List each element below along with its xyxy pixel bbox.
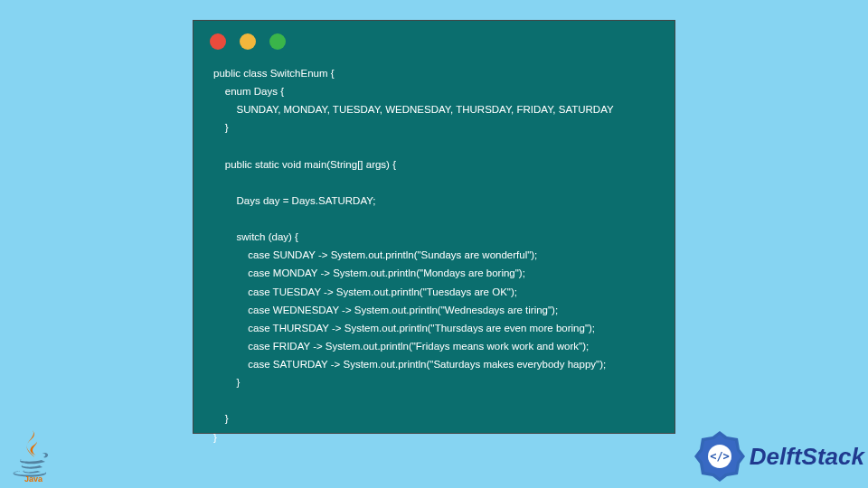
- delftstack-logo: </> DelftStack: [692, 428, 864, 484]
- minimize-icon: [240, 33, 256, 50]
- java-logo: Java: [13, 428, 54, 483]
- close-icon: [210, 33, 226, 50]
- code-block: public class SwitchEnum { enum Days { SU…: [193, 55, 675, 455]
- window-controls: [193, 21, 675, 55]
- delftstack-badge-icon: </>: [692, 428, 748, 484]
- delftstack-label: DelftStack: [750, 443, 864, 471]
- code-window: public class SwitchEnum { enum Days { SU…: [193, 20, 675, 434]
- svg-text:Java: Java: [24, 474, 43, 483]
- svg-text:</>: </>: [710, 450, 730, 463]
- maximize-icon: [269, 33, 286, 50]
